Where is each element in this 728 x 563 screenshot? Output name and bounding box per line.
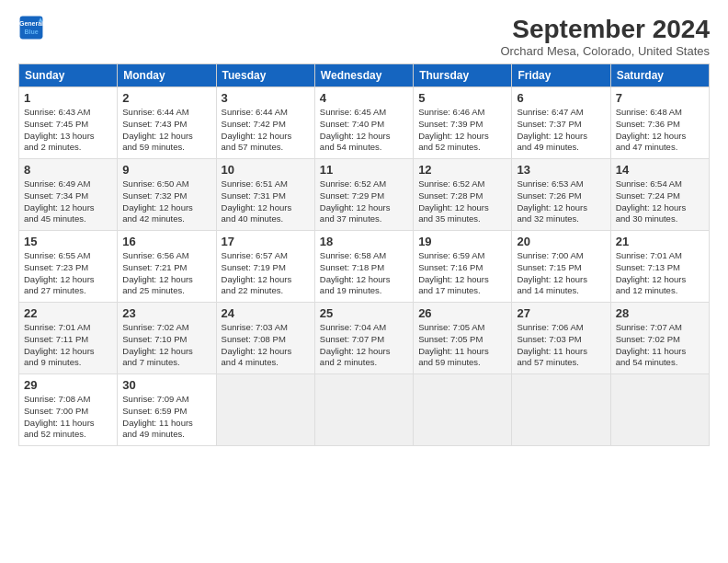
calendar-cell: 4Sunrise: 6:45 AM Sunset: 7:40 PM Daylig…: [314, 87, 413, 159]
cell-content: Sunrise: 6:56 AM Sunset: 7:21 PM Dayligh…: [122, 250, 210, 297]
col-wednesday: Wednesday: [314, 64, 413, 87]
logo-icon: General Blue: [18, 15, 44, 40]
calendar-cell: 6Sunrise: 6:47 AM Sunset: 7:37 PM Daylig…: [512, 87, 610, 159]
cell-content: Sunrise: 6:43 AM Sunset: 7:45 PM Dayligh…: [24, 107, 112, 154]
col-thursday: Thursday: [414, 64, 512, 87]
day-number: 2: [122, 91, 210, 105]
day-number: 4: [320, 91, 408, 105]
calendar-cell: 3Sunrise: 6:44 AM Sunset: 7:42 PM Daylig…: [216, 87, 314, 159]
calendar-cell: 27Sunrise: 7:06 AM Sunset: 7:03 PM Dayli…: [512, 303, 610, 374]
cell-content: Sunrise: 7:02 AM Sunset: 7:10 PM Dayligh…: [122, 322, 210, 369]
calendar-cell: [314, 374, 413, 446]
month-title: September 2024: [500, 15, 710, 44]
day-number: 17: [222, 235, 310, 248]
day-number: 12: [418, 163, 506, 177]
calendar-cell: 16Sunrise: 6:56 AM Sunset: 7:21 PM Dayli…: [118, 231, 216, 303]
calendar-cell: 29Sunrise: 7:08 AM Sunset: 7:00 PM Dayli…: [19, 374, 118, 446]
calendar-cell: 28Sunrise: 7:07 AM Sunset: 7:02 PM Dayli…: [610, 303, 709, 374]
calendar-cell: 17Sunrise: 6:57 AM Sunset: 7:19 PM Dayli…: [216, 231, 314, 303]
cell-content: Sunrise: 6:47 AM Sunset: 7:37 PM Dayligh…: [517, 107, 605, 154]
header: General Blue September 2024 Orchard Mesa…: [18, 15, 710, 58]
day-number: 15: [24, 235, 112, 248]
calendar-cell: 9Sunrise: 6:50 AM Sunset: 7:32 PM Daylig…: [118, 159, 216, 231]
cell-content: Sunrise: 6:50 AM Sunset: 7:32 PM Dayligh…: [122, 178, 210, 225]
day-number: 23: [122, 306, 210, 320]
cell-content: Sunrise: 7:05 AM Sunset: 7:05 PM Dayligh…: [418, 322, 506, 369]
calendar-cell: [610, 374, 709, 446]
cell-content: Sunrise: 7:03 AM Sunset: 7:08 PM Dayligh…: [222, 322, 310, 369]
calendar-table: Sunday Monday Tuesday Wednesday Thursday…: [18, 63, 710, 446]
calendar-cell: [216, 374, 314, 446]
calendar-week-3: 15Sunrise: 6:55 AM Sunset: 7:23 PM Dayli…: [19, 231, 710, 303]
day-number: 1: [24, 91, 112, 105]
day-number: 27: [517, 306, 605, 320]
day-number: 21: [616, 235, 704, 248]
svg-rect-0: [20, 17, 43, 40]
day-number: 3: [222, 91, 310, 105]
calendar-cell: 22Sunrise: 7:01 AM Sunset: 7:11 PM Dayli…: [19, 303, 118, 374]
day-number: 5: [418, 91, 506, 105]
day-number: 19: [418, 235, 506, 248]
title-block: September 2024 Orchard Mesa, Colorado, U…: [500, 15, 710, 58]
day-number: 10: [222, 163, 310, 177]
cell-content: Sunrise: 6:59 AM Sunset: 7:16 PM Dayligh…: [418, 250, 506, 297]
calendar-week-5: 29Sunrise: 7:08 AM Sunset: 7:00 PM Dayli…: [19, 374, 710, 446]
day-number: 16: [122, 235, 210, 248]
cell-content: Sunrise: 6:44 AM Sunset: 7:43 PM Dayligh…: [122, 107, 210, 154]
day-number: 26: [418, 306, 506, 320]
location: Orchard Mesa, Colorado, United States: [500, 44, 710, 58]
cell-content: Sunrise: 6:48 AM Sunset: 7:36 PM Dayligh…: [616, 107, 704, 154]
calendar-cell: 14Sunrise: 6:54 AM Sunset: 7:24 PM Dayli…: [610, 159, 709, 231]
calendar-cell: 2Sunrise: 6:44 AM Sunset: 7:43 PM Daylig…: [118, 87, 216, 159]
day-number: 20: [517, 235, 605, 248]
calendar-cell: 11Sunrise: 6:52 AM Sunset: 7:29 PM Dayli…: [314, 159, 413, 231]
header-row: Sunday Monday Tuesday Wednesday Thursday…: [19, 64, 710, 87]
cell-content: Sunrise: 7:09 AM Sunset: 6:59 PM Dayligh…: [122, 394, 210, 441]
calendar-cell: 7Sunrise: 6:48 AM Sunset: 7:36 PM Daylig…: [610, 87, 709, 159]
calendar-cell: 25Sunrise: 7:04 AM Sunset: 7:07 PM Dayli…: [314, 303, 413, 374]
calendar-cell: 23Sunrise: 7:02 AM Sunset: 7:10 PM Dayli…: [118, 303, 216, 374]
day-number: 8: [24, 163, 112, 177]
calendar-week-4: 22Sunrise: 7:01 AM Sunset: 7:11 PM Dayli…: [19, 303, 710, 374]
calendar-cell: 5Sunrise: 6:46 AM Sunset: 7:39 PM Daylig…: [414, 87, 512, 159]
day-number: 7: [616, 91, 704, 105]
day-number: 13: [517, 163, 605, 177]
calendar-cell: 15Sunrise: 6:55 AM Sunset: 7:23 PM Dayli…: [19, 231, 118, 303]
calendar-cell: 12Sunrise: 6:52 AM Sunset: 7:28 PM Dayli…: [414, 159, 512, 231]
svg-text:Blue: Blue: [24, 29, 38, 35]
day-number: 11: [320, 163, 408, 177]
cell-content: Sunrise: 6:58 AM Sunset: 7:18 PM Dayligh…: [320, 250, 408, 297]
day-number: 9: [122, 163, 210, 177]
cell-content: Sunrise: 6:49 AM Sunset: 7:34 PM Dayligh…: [24, 178, 112, 225]
calendar-cell: 8Sunrise: 6:49 AM Sunset: 7:34 PM Daylig…: [19, 159, 118, 231]
day-number: 29: [24, 378, 112, 392]
calendar-cell: 1Sunrise: 6:43 AM Sunset: 7:45 PM Daylig…: [19, 87, 118, 159]
calendar-week-1: 1Sunrise: 6:43 AM Sunset: 7:45 PM Daylig…: [19, 87, 710, 159]
day-number: 6: [517, 91, 605, 105]
col-monday: Monday: [118, 64, 216, 87]
col-saturday: Saturday: [610, 64, 709, 87]
calendar-cell: 26Sunrise: 7:05 AM Sunset: 7:05 PM Dayli…: [414, 303, 512, 374]
calendar-cell: 30Sunrise: 7:09 AM Sunset: 6:59 PM Dayli…: [118, 374, 216, 446]
cell-content: Sunrise: 6:55 AM Sunset: 7:23 PM Dayligh…: [24, 250, 112, 297]
calendar-week-2: 8Sunrise: 6:49 AM Sunset: 7:34 PM Daylig…: [19, 159, 710, 231]
cell-content: Sunrise: 7:04 AM Sunset: 7:07 PM Dayligh…: [320, 322, 408, 369]
cell-content: Sunrise: 7:01 AM Sunset: 7:11 PM Dayligh…: [24, 322, 112, 369]
cell-content: Sunrise: 7:06 AM Sunset: 7:03 PM Dayligh…: [517, 322, 605, 369]
cell-content: Sunrise: 6:53 AM Sunset: 7:26 PM Dayligh…: [517, 178, 605, 225]
calendar-cell: 18Sunrise: 6:58 AM Sunset: 7:18 PM Dayli…: [314, 231, 413, 303]
calendar-cell: 10Sunrise: 6:51 AM Sunset: 7:31 PM Dayli…: [216, 159, 314, 231]
col-friday: Friday: [512, 64, 610, 87]
day-number: 24: [222, 306, 310, 320]
col-tuesday: Tuesday: [216, 64, 314, 87]
calendar-cell: 19Sunrise: 6:59 AM Sunset: 7:16 PM Dayli…: [414, 231, 512, 303]
calendar-cell: 24Sunrise: 7:03 AM Sunset: 7:08 PM Dayli…: [216, 303, 314, 374]
col-sunday: Sunday: [19, 64, 118, 87]
logo: General Blue: [18, 15, 44, 40]
cell-content: Sunrise: 7:08 AM Sunset: 7:00 PM Dayligh…: [24, 394, 112, 441]
cell-content: Sunrise: 6:45 AM Sunset: 7:40 PM Dayligh…: [320, 107, 408, 154]
day-number: 30: [122, 378, 210, 392]
cell-content: Sunrise: 6:51 AM Sunset: 7:31 PM Dayligh…: [222, 178, 310, 225]
page-container: General Blue September 2024 Orchard Mesa…: [0, 0, 728, 455]
cell-content: Sunrise: 6:52 AM Sunset: 7:29 PM Dayligh…: [320, 178, 408, 225]
